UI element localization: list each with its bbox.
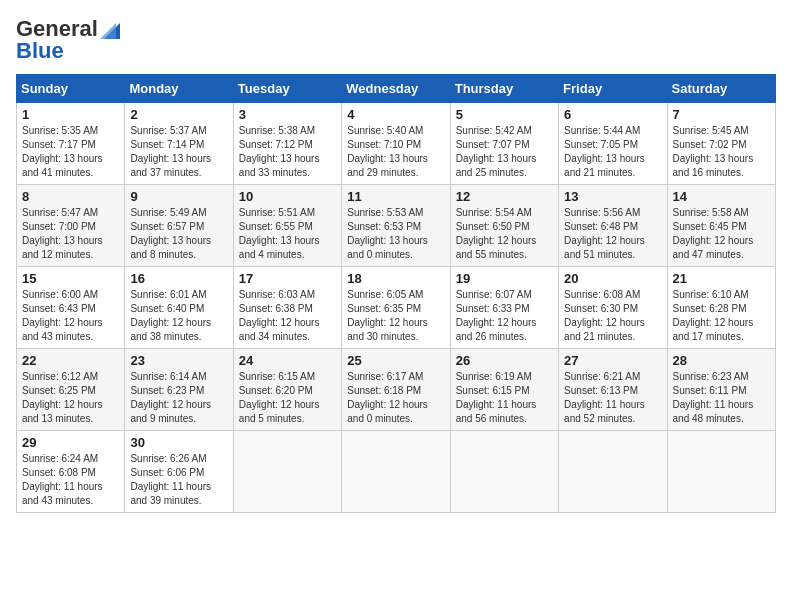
day-number: 20 [564,271,661,286]
day-info: Sunrise: 6:26 AM Sunset: 6:06 PM Dayligh… [130,452,227,508]
day-number: 18 [347,271,444,286]
calendar-cell: 27Sunrise: 6:21 AM Sunset: 6:13 PM Dayli… [559,349,667,431]
calendar-cell: 5Sunrise: 5:42 AM Sunset: 7:07 PM Daylig… [450,103,558,185]
header-wednesday: Wednesday [342,75,450,103]
day-info: Sunrise: 5:40 AM Sunset: 7:10 PM Dayligh… [347,124,444,180]
calendar-cell: 19Sunrise: 6:07 AM Sunset: 6:33 PM Dayli… [450,267,558,349]
day-number: 5 [456,107,553,122]
week-row-1: 1Sunrise: 5:35 AM Sunset: 7:17 PM Daylig… [17,103,776,185]
day-number: 26 [456,353,553,368]
day-info: Sunrise: 6:01 AM Sunset: 6:40 PM Dayligh… [130,288,227,344]
calendar-header-row: SundayMondayTuesdayWednesdayThursdayFrid… [17,75,776,103]
day-info: Sunrise: 6:23 AM Sunset: 6:11 PM Dayligh… [673,370,770,426]
day-info: Sunrise: 5:54 AM Sunset: 6:50 PM Dayligh… [456,206,553,262]
day-info: Sunrise: 5:35 AM Sunset: 7:17 PM Dayligh… [22,124,119,180]
day-info: Sunrise: 6:14 AM Sunset: 6:23 PM Dayligh… [130,370,227,426]
day-number: 8 [22,189,119,204]
logo-arrow-icon [100,19,120,39]
day-number: 21 [673,271,770,286]
calendar-cell: 13Sunrise: 5:56 AM Sunset: 6:48 PM Dayli… [559,185,667,267]
calendar-cell [667,431,775,513]
calendar-cell [559,431,667,513]
header-sunday: Sunday [17,75,125,103]
logo: General Blue [16,16,120,64]
calendar-cell: 30Sunrise: 6:26 AM Sunset: 6:06 PM Dayli… [125,431,233,513]
calendar-cell: 10Sunrise: 5:51 AM Sunset: 6:55 PM Dayli… [233,185,341,267]
calendar-table: SundayMondayTuesdayWednesdayThursdayFrid… [16,74,776,513]
day-number: 1 [22,107,119,122]
day-info: Sunrise: 6:17 AM Sunset: 6:18 PM Dayligh… [347,370,444,426]
day-number: 29 [22,435,119,450]
day-number: 19 [456,271,553,286]
day-info: Sunrise: 5:45 AM Sunset: 7:02 PM Dayligh… [673,124,770,180]
header-thursday: Thursday [450,75,558,103]
calendar-cell: 25Sunrise: 6:17 AM Sunset: 6:18 PM Dayli… [342,349,450,431]
day-info: Sunrise: 6:08 AM Sunset: 6:30 PM Dayligh… [564,288,661,344]
day-info: Sunrise: 5:58 AM Sunset: 6:45 PM Dayligh… [673,206,770,262]
calendar-cell: 9Sunrise: 5:49 AM Sunset: 6:57 PM Daylig… [125,185,233,267]
day-number: 6 [564,107,661,122]
calendar-cell [450,431,558,513]
day-info: Sunrise: 6:19 AM Sunset: 6:15 PM Dayligh… [456,370,553,426]
day-info: Sunrise: 6:15 AM Sunset: 6:20 PM Dayligh… [239,370,336,426]
day-number: 17 [239,271,336,286]
calendar-cell: 1Sunrise: 5:35 AM Sunset: 7:17 PM Daylig… [17,103,125,185]
header-monday: Monday [125,75,233,103]
day-info: Sunrise: 6:07 AM Sunset: 6:33 PM Dayligh… [456,288,553,344]
day-number: 15 [22,271,119,286]
day-info: Sunrise: 6:12 AM Sunset: 6:25 PM Dayligh… [22,370,119,426]
day-number: 11 [347,189,444,204]
calendar-cell: 28Sunrise: 6:23 AM Sunset: 6:11 PM Dayli… [667,349,775,431]
day-info: Sunrise: 6:21 AM Sunset: 6:13 PM Dayligh… [564,370,661,426]
calendar-cell: 26Sunrise: 6:19 AM Sunset: 6:15 PM Dayli… [450,349,558,431]
day-number: 28 [673,353,770,368]
day-number: 14 [673,189,770,204]
day-number: 25 [347,353,444,368]
calendar-cell: 21Sunrise: 6:10 AM Sunset: 6:28 PM Dayli… [667,267,775,349]
calendar-cell [233,431,341,513]
calendar-cell: 29Sunrise: 6:24 AM Sunset: 6:08 PM Dayli… [17,431,125,513]
day-info: Sunrise: 5:49 AM Sunset: 6:57 PM Dayligh… [130,206,227,262]
day-info: Sunrise: 5:44 AM Sunset: 7:05 PM Dayligh… [564,124,661,180]
calendar-cell: 12Sunrise: 5:54 AM Sunset: 6:50 PM Dayli… [450,185,558,267]
calendar-cell [342,431,450,513]
calendar-cell: 3Sunrise: 5:38 AM Sunset: 7:12 PM Daylig… [233,103,341,185]
calendar-cell: 2Sunrise: 5:37 AM Sunset: 7:14 PM Daylig… [125,103,233,185]
day-info: Sunrise: 5:42 AM Sunset: 7:07 PM Dayligh… [456,124,553,180]
calendar-cell: 18Sunrise: 6:05 AM Sunset: 6:35 PM Dayli… [342,267,450,349]
week-row-4: 22Sunrise: 6:12 AM Sunset: 6:25 PM Dayli… [17,349,776,431]
week-row-2: 8Sunrise: 5:47 AM Sunset: 7:00 PM Daylig… [17,185,776,267]
day-info: Sunrise: 6:03 AM Sunset: 6:38 PM Dayligh… [239,288,336,344]
day-number: 4 [347,107,444,122]
day-number: 9 [130,189,227,204]
calendar-cell: 17Sunrise: 6:03 AM Sunset: 6:38 PM Dayli… [233,267,341,349]
week-row-5: 29Sunrise: 6:24 AM Sunset: 6:08 PM Dayli… [17,431,776,513]
day-info: Sunrise: 6:05 AM Sunset: 6:35 PM Dayligh… [347,288,444,344]
calendar-cell: 20Sunrise: 6:08 AM Sunset: 6:30 PM Dayli… [559,267,667,349]
calendar-cell: 16Sunrise: 6:01 AM Sunset: 6:40 PM Dayli… [125,267,233,349]
day-info: Sunrise: 5:56 AM Sunset: 6:48 PM Dayligh… [564,206,661,262]
day-number: 23 [130,353,227,368]
header-saturday: Saturday [667,75,775,103]
page-header: General Blue [16,16,776,64]
calendar-cell: 6Sunrise: 5:44 AM Sunset: 7:05 PM Daylig… [559,103,667,185]
day-number: 3 [239,107,336,122]
svg-marker-1 [100,23,116,39]
day-number: 12 [456,189,553,204]
day-info: Sunrise: 5:51 AM Sunset: 6:55 PM Dayligh… [239,206,336,262]
calendar-cell: 24Sunrise: 6:15 AM Sunset: 6:20 PM Dayli… [233,349,341,431]
day-number: 16 [130,271,227,286]
calendar-cell: 7Sunrise: 5:45 AM Sunset: 7:02 PM Daylig… [667,103,775,185]
day-info: Sunrise: 5:53 AM Sunset: 6:53 PM Dayligh… [347,206,444,262]
day-info: Sunrise: 5:37 AM Sunset: 7:14 PM Dayligh… [130,124,227,180]
calendar-cell: 22Sunrise: 6:12 AM Sunset: 6:25 PM Dayli… [17,349,125,431]
day-number: 7 [673,107,770,122]
calendar-cell: 4Sunrise: 5:40 AM Sunset: 7:10 PM Daylig… [342,103,450,185]
day-info: Sunrise: 6:10 AM Sunset: 6:28 PM Dayligh… [673,288,770,344]
day-info: Sunrise: 5:38 AM Sunset: 7:12 PM Dayligh… [239,124,336,180]
day-number: 10 [239,189,336,204]
day-number: 22 [22,353,119,368]
header-friday: Friday [559,75,667,103]
calendar-cell: 15Sunrise: 6:00 AM Sunset: 6:43 PM Dayli… [17,267,125,349]
day-number: 30 [130,435,227,450]
